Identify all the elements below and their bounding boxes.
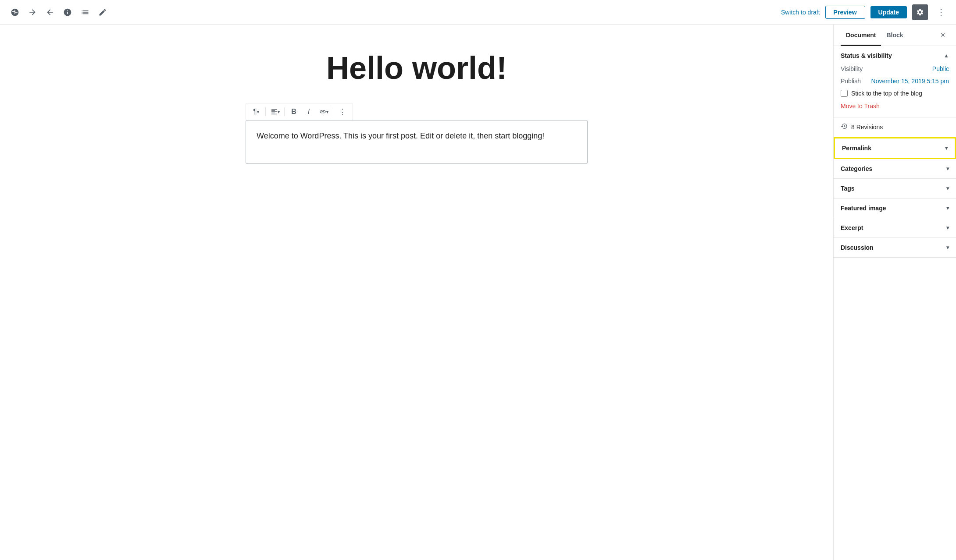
featured-image-section: Featured image ▾ bbox=[834, 198, 956, 218]
publish-date[interactable]: November 15, 2019 5:15 pm bbox=[871, 78, 949, 85]
align-button[interactable]: ▾ bbox=[268, 105, 282, 118]
add-block-button[interactable] bbox=[7, 4, 23, 20]
chevron-down-icon: ▾ bbox=[257, 110, 259, 114]
categories-chevron-icon: ▾ bbox=[946, 166, 949, 172]
tags-chevron-icon: ▾ bbox=[946, 185, 949, 191]
paragraph-type-button[interactable]: ¶ ▾ bbox=[250, 105, 263, 118]
block-content[interactable]: Welcome to WordPress. This is your first… bbox=[246, 120, 588, 164]
toolbar-right: Switch to draft Preview Update ⋮ bbox=[781, 4, 949, 20]
featured-image-chevron-icon: ▾ bbox=[946, 205, 949, 211]
preview-button[interactable]: Preview bbox=[825, 6, 865, 19]
categories-title: Categories bbox=[841, 165, 872, 172]
more-block-options-button[interactable]: ⋮ bbox=[336, 105, 349, 118]
align-chevron-icon: ▾ bbox=[278, 110, 280, 114]
sidebar-tabs: Document Block × bbox=[834, 25, 956, 46]
excerpt-chevron-icon: ▾ bbox=[946, 225, 949, 231]
status-chevron-up-icon: ▲ bbox=[944, 53, 949, 59]
revisions-row[interactable]: 8 Revisions bbox=[834, 117, 956, 137]
edit-button[interactable] bbox=[95, 4, 111, 20]
move-to-trash-container: Move to Trash bbox=[841, 102, 949, 110]
tab-block[interactable]: Block bbox=[881, 25, 908, 46]
move-to-trash-link[interactable]: Move to Trash bbox=[841, 103, 880, 110]
close-sidebar-button[interactable]: × bbox=[937, 29, 949, 41]
categories-header[interactable]: Categories ▾ bbox=[834, 159, 956, 178]
link-button[interactable]: ▾ bbox=[317, 105, 330, 118]
visibility-value[interactable]: Public bbox=[932, 65, 949, 72]
stick-to-top-label: Stick to the top of the blog bbox=[851, 90, 922, 97]
main-area: Hello world! ¶ ▾ ▾ B I ▾ bbox=[0, 25, 956, 560]
revisions-icon bbox=[841, 123, 848, 131]
categories-section: Categories ▾ bbox=[834, 159, 956, 179]
visibility-row: Visibility Public bbox=[841, 65, 949, 72]
info-button[interactable] bbox=[60, 4, 75, 20]
block-toolbar: ¶ ▾ ▾ B I ▾ ⋮ bbox=[246, 103, 353, 121]
permalink-section: Permalink ▾ bbox=[834, 137, 956, 159]
excerpt-title: Excerpt bbox=[841, 224, 863, 231]
permalink-chevron-icon: ▾ bbox=[945, 145, 948, 151]
status-visibility-title: Status & visibility bbox=[841, 52, 892, 59]
tags-header[interactable]: Tags ▾ bbox=[834, 179, 956, 198]
status-visibility-section: Status & visibility ▲ Visibility Public … bbox=[834, 46, 956, 117]
publish-row: Publish November 15, 2019 5:15 pm bbox=[841, 78, 949, 85]
stick-to-top-checkbox[interactable] bbox=[841, 90, 848, 97]
excerpt-section: Excerpt ▾ bbox=[834, 218, 956, 238]
tags-title: Tags bbox=[841, 185, 855, 192]
toolbar-divider bbox=[265, 107, 266, 116]
discussion-title: Discussion bbox=[841, 244, 874, 251]
toolbar: Switch to draft Preview Update ⋮ bbox=[0, 0, 956, 25]
link-chevron-icon: ▾ bbox=[326, 110, 328, 114]
list-view-button[interactable] bbox=[77, 4, 93, 20]
italic-button[interactable]: I bbox=[302, 105, 315, 118]
paragraph-icon: ¶ bbox=[253, 108, 257, 116]
visibility-label: Visibility bbox=[841, 65, 863, 72]
toolbar-divider-3 bbox=[333, 107, 333, 116]
permalink-title: Permalink bbox=[842, 145, 871, 152]
tab-document[interactable]: Document bbox=[841, 25, 881, 46]
permalink-header[interactable]: Permalink ▾ bbox=[835, 138, 955, 158]
publish-label: Publish bbox=[841, 78, 861, 85]
toolbar-left bbox=[7, 4, 781, 20]
settings-button[interactable] bbox=[912, 4, 928, 20]
revisions-link[interactable]: 8 Revisions bbox=[851, 124, 883, 131]
switch-to-draft-button[interactable]: Switch to draft bbox=[781, 9, 820, 16]
featured-image-header[interactable]: Featured image ▾ bbox=[834, 198, 956, 218]
discussion-header[interactable]: Discussion ▾ bbox=[834, 238, 956, 257]
update-button[interactable]: Update bbox=[870, 6, 907, 18]
block-container: ¶ ▾ ▾ B I ▾ ⋮ Welcome to WordPr bbox=[246, 103, 588, 164]
excerpt-header[interactable]: Excerpt ▾ bbox=[834, 218, 956, 237]
discussion-section: Discussion ▾ bbox=[834, 238, 956, 258]
post-title[interactable]: Hello world! bbox=[246, 51, 588, 85]
discussion-chevron-icon: ▾ bbox=[946, 245, 949, 251]
featured-image-title: Featured image bbox=[841, 205, 886, 212]
status-visibility-header[interactable]: Status & visibility ▲ bbox=[834, 46, 956, 65]
sidebar: Document Block × Status & visibility ▲ V… bbox=[833, 25, 956, 560]
undo-button[interactable] bbox=[25, 4, 40, 20]
editor-area: Hello world! ¶ ▾ ▾ B I ▾ bbox=[0, 25, 833, 560]
status-visibility-content: Visibility Public Publish November 15, 2… bbox=[834, 65, 956, 117]
redo-button[interactable] bbox=[42, 4, 58, 20]
more-options-button[interactable]: ⋮ bbox=[933, 4, 949, 20]
bold-button[interactable]: B bbox=[287, 105, 300, 118]
tags-section: Tags ▾ bbox=[834, 179, 956, 198]
toolbar-divider-2 bbox=[284, 107, 285, 116]
stick-to-top-row: Stick to the top of the blog bbox=[841, 90, 949, 97]
